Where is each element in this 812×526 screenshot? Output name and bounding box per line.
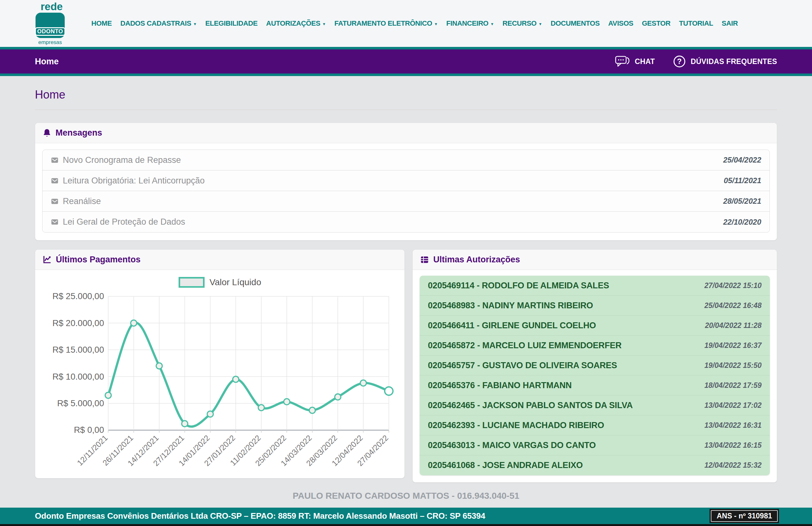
message-row-left: Novo Cronograma de Repasse bbox=[51, 155, 181, 165]
messages-body: Novo Cronograma de Repasse 25/04/2022 Le… bbox=[35, 143, 777, 240]
authorization-row[interactable]: 0205465872 - MARCELO LUIZ EMMENDOERFER 1… bbox=[420, 335, 770, 356]
authorization-row[interactable]: 0205461068 - JOSE ANDRADE ALEIXO 12/04/2… bbox=[420, 455, 770, 475]
authorization-datetime: 25/04/2022 16:48 bbox=[705, 301, 762, 310]
message-row[interactable]: Leitura Obrigatória: Lei Anticorrupção 0… bbox=[43, 170, 769, 191]
authorization-datetime: 18/04/2022 17:59 bbox=[705, 381, 762, 390]
authorizations-panel-header: Ultimas Autorizações bbox=[413, 250, 777, 270]
breadcrumb-actions: CHAT ? DÚVIDAS FREQUENTES bbox=[615, 55, 777, 68]
message-date: 25/04/2022 bbox=[723, 155, 761, 164]
payments-panel: Últimos Pagamentos Valor Líquido R$ 0,00… bbox=[35, 250, 405, 479]
main-content: Home Mensagens Novo Cronograma de Repass… bbox=[0, 76, 812, 501]
authorization-label: 0205461068 - JOSE ANDRADE ALEIXO bbox=[428, 461, 583, 470]
breadcrumb-bar: Home CHAT ? DÚVIDAS FREQUENTES bbox=[0, 47, 812, 76]
messages-list: Novo Cronograma de Repasse 25/04/2022 Le… bbox=[42, 150, 770, 232]
page-title: Home bbox=[35, 88, 777, 101]
payments-body: Valor Líquido R$ 0,00R$ 5.000,00R$ 10.00… bbox=[35, 270, 404, 478]
question-mark-glyph: ? bbox=[677, 57, 682, 65]
nav-item-sair[interactable]: SAIR bbox=[722, 19, 738, 28]
nav-item-label: DOCUMENTOS bbox=[551, 19, 600, 28]
nav-item-documentos[interactable]: DOCUMENTOS bbox=[551, 19, 600, 28]
dashboard-cards-row: Últimos Pagamentos Valor Líquido R$ 0,00… bbox=[35, 250, 777, 483]
nav-item-label: HOME bbox=[91, 19, 112, 28]
payments-panel-header: Últimos Pagamentos bbox=[35, 250, 404, 270]
nav-item-label: RECURSO bbox=[503, 19, 536, 28]
svg-text:R$ 15.000,00: R$ 15.000,00 bbox=[52, 345, 104, 355]
authorization-label: 0205469114 - RODOLFO DE ALMEIDA SALES bbox=[428, 281, 609, 290]
nav-item-financeiro[interactable]: FINANCEIRO▼ bbox=[446, 19, 494, 28]
messages-panel-header: Mensagens bbox=[35, 123, 777, 143]
message-date: 28/05/2021 bbox=[723, 197, 761, 206]
svg-text:R$ 25.000,00: R$ 25.000,00 bbox=[52, 291, 104, 301]
authorization-row[interactable]: 0205463013 - MAICO VARGAS DO CANTO 13/04… bbox=[420, 435, 770, 455]
authorizations-title: Ultimas Autorizações bbox=[433, 255, 520, 265]
nav-item-gestor[interactable]: GESTOR bbox=[642, 19, 670, 28]
messages-panel: Mensagens Novo Cronograma de Repasse 25/… bbox=[35, 123, 777, 241]
chevron-down-icon: ▼ bbox=[434, 22, 437, 26]
authorization-label: 0205465757 - GUSTAVO DE OLIVEIRA SOARES bbox=[428, 361, 617, 371]
authorization-label: 0205468983 - NADINY MARTINS RIBEIRO bbox=[428, 301, 593, 311]
authorization-datetime: 20/04/2022 11:28 bbox=[705, 321, 762, 330]
authorization-row[interactable]: 0205469114 - RODOLFO DE ALMEIDA SALES 27… bbox=[420, 276, 770, 296]
authorization-datetime: 13/04/2022 17:02 bbox=[705, 401, 762, 410]
authorization-datetime: 19/04/2022 16:37 bbox=[705, 341, 762, 350]
chevron-down-icon: ▼ bbox=[490, 22, 494, 26]
authorization-label: 0205463013 - MAICO VARGAS DO CANTO bbox=[428, 440, 596, 450]
authorization-row[interactable]: 0205462465 - JACKSON PABLO SANTOS DA SIL… bbox=[420, 395, 770, 416]
brand-rede-text: rede bbox=[41, 1, 65, 12]
breadcrumb: Home bbox=[35, 57, 59, 66]
nav-item-avisos[interactable]: AVISOS bbox=[608, 19, 634, 28]
nav-item-autorizacoes[interactable]: AUTORIZAÇÕES▼ bbox=[266, 19, 326, 28]
authorizations-list: 0205469114 - RODOLFO DE ALMEIDA SALES 27… bbox=[420, 276, 770, 475]
ans-badge: ANS - nº 310981 bbox=[710, 509, 779, 523]
faq-button[interactable]: ? DÚVIDAS FREQUENTES bbox=[673, 55, 777, 68]
nav-item-faturamento-eletronico[interactable]: FATURAMENTO ELETRÔNICO▼ bbox=[334, 19, 438, 28]
authorization-row[interactable]: 0205465757 - GUSTAVO DE OLIVEIRA SOARES … bbox=[420, 356, 770, 375]
authorization-row[interactable]: 0205468983 - NADINY MARTINS RIBEIRO 25/0… bbox=[420, 296, 770, 316]
nav-item-elegibilidade[interactable]: ELEGIBILIDADE bbox=[205, 19, 258, 28]
nav-item-dados-cadastrais[interactable]: DADOS CADASTRAIS▼ bbox=[120, 19, 197, 28]
message-date: 05/11/2021 bbox=[724, 176, 761, 185]
nav-menu: HOMEDADOS CADASTRAIS▼ELEGIBILIDADEAUTORI… bbox=[91, 0, 738, 47]
nav-item-recurso[interactable]: RECURSO▼ bbox=[503, 19, 542, 28]
payments-chart-svg: R$ 0,00R$ 5.000,00R$ 10.000,00R$ 15.000,… bbox=[43, 288, 397, 470]
authorization-row[interactable]: 0205465376 - FABIANO HARTMANN 18/04/2022… bbox=[420, 375, 770, 395]
nav-item-home[interactable]: HOME bbox=[91, 19, 112, 28]
message-row[interactable]: Lei Geral de Proteção de Dados 22/10/202… bbox=[43, 212, 769, 232]
svg-text:R$ 10.000,00: R$ 10.000,00 bbox=[52, 372, 104, 381]
message-date: 22/10/2020 bbox=[723, 218, 761, 227]
nav-item-label: TUTORIAL bbox=[679, 19, 713, 28]
message-row[interactable]: Reanálise 28/05/2021 bbox=[43, 191, 769, 212]
nav-item-label: AUTORIZAÇÕES bbox=[266, 19, 320, 28]
brand-logo-box: ODONTO bbox=[35, 13, 65, 38]
nav-item-label: GESTOR bbox=[642, 19, 670, 28]
authorization-datetime: 19/04/2022 15:50 bbox=[705, 361, 762, 370]
envelope-icon bbox=[51, 197, 59, 205]
chat-label: CHAT bbox=[635, 57, 655, 66]
authorization-row[interactable]: 0205462393 - LUCIANE MACHADO RIBEIRO 13/… bbox=[420, 416, 770, 435]
line-chart-icon bbox=[43, 255, 52, 264]
nav-item-label: AVISOS bbox=[608, 19, 634, 28]
authorization-label: 0205465376 - FABIANO HARTMANN bbox=[428, 380, 571, 390]
chevron-down-icon: ▼ bbox=[322, 22, 326, 26]
legend-swatch bbox=[178, 277, 205, 288]
message-row[interactable]: Novo Cronograma de Repasse 25/04/2022 bbox=[43, 150, 769, 170]
chat-button[interactable]: CHAT bbox=[615, 55, 655, 68]
authorizations-body: 0205469114 - RODOLFO DE ALMEIDA SALES 27… bbox=[413, 270, 777, 482]
authorization-row[interactable]: 0205466411 - GIRLENE GUNDEL COELHO 20/04… bbox=[420, 316, 770, 335]
footer: Odonto Empresas Convênios Dentários Ltda… bbox=[0, 508, 812, 526]
bell-icon bbox=[43, 129, 51, 137]
nav-item-tutorial[interactable]: TUTORIAL bbox=[679, 19, 713, 28]
chart-legend: Valor Líquido bbox=[43, 277, 397, 288]
authorization-datetime: 27/04/2022 15:10 bbox=[705, 281, 762, 290]
nav-item-label: ELEGIBILIDADE bbox=[205, 19, 258, 28]
message-row-left: Leitura Obrigatória: Lei Anticorrupção bbox=[51, 176, 205, 186]
payments-title: Últimos Pagamentos bbox=[56, 255, 141, 265]
nav-item-label: SAIR bbox=[722, 19, 738, 28]
message-title: Leitura Obrigatória: Lei Anticorrupção bbox=[63, 176, 205, 186]
messages-title: Mensagens bbox=[56, 128, 102, 138]
authorizations-panel: Ultimas Autorizações 0205469114 - RODOLF… bbox=[412, 250, 777, 483]
question-circle-icon: ? bbox=[673, 55, 686, 68]
envelope-icon bbox=[51, 177, 59, 185]
authorization-datetime: 13/04/2022 16:15 bbox=[705, 441, 762, 450]
brand-logo[interactable]: rede ODONTO empresas bbox=[35, 1, 65, 46]
